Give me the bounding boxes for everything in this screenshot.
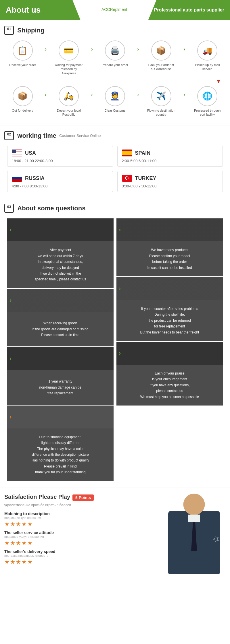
receive-icon: 📋 [18, 46, 28, 55]
header-tagline-container: Professional auto parts supplier [148, 0, 230, 20]
sat-subtitle: удовлетворение просьба играть 5 баллов [4, 503, 157, 507]
turkey-name: TURKEY [135, 175, 156, 181]
country-spain: SPAIN 2:00-5:00 6:00-11:00 [117, 146, 223, 167]
step-sort-label: Processed through sort facility [193, 108, 222, 117]
flown-icon: ✈️ [156, 91, 166, 101]
spain-header: SPAIN [122, 150, 218, 156]
q-left-3-text: 1 year warrantynon-human damage can befr… [7, 370, 114, 405]
spain-flag [122, 150, 132, 156]
sat-item-3-title: The seller's delivery speed [4, 549, 157, 554]
q-left-3: › 1 year warrantynon-human damage can be… [7, 347, 114, 405]
q-left-2-arrow: › [9, 297, 12, 304]
pack-icon: 📦 [156, 46, 166, 55]
countries-grid: USA 18:00 - 21:00 22:00-3:00 SPAIN 2:00-… [4, 146, 226, 192]
step-prepare: 🖨️ Prepare your order [101, 40, 129, 67]
country-turkey: TURKEY 3:00-6:00 7:00-12:00 [117, 171, 223, 192]
sat-item-3-stars: ★★★★★ [4, 558, 157, 565]
arrow-4: › [183, 40, 185, 52]
step-receive-icon: 📋 [13, 40, 33, 61]
prepare-icon: 🖨️ [110, 46, 120, 55]
step-sort-icon: 🌐 [197, 86, 217, 106]
satisfaction-left: Satisfaction Please Play 5 Points удовле… [4, 494, 157, 574]
sat-item-1-title: Matching to description [4, 511, 157, 516]
q-right-2-arrow: › [119, 285, 121, 292]
q-right-1-arrow: › [119, 226, 121, 234]
step-flown-icon: ✈️ [151, 86, 171, 106]
step-pack-label: Pack your order at out warehouse [147, 63, 176, 71]
customs-icon: 👮 [110, 91, 120, 101]
step-payment-icon: 💳 [59, 40, 79, 61]
delivery-icon: 📦 [18, 91, 28, 101]
q-left-1-content: After paymentwe will send out within 7 d… [35, 247, 86, 282]
sat-item-1-stars: ★★★★★ [4, 521, 157, 527]
questions-heading: About some questions [17, 205, 85, 212]
turkey-flag [122, 175, 132, 182]
usa-times: 18:00 - 21:00 22:00-3:00 [12, 159, 108, 163]
questions-title: 03 About some questions [4, 204, 226, 213]
step-delivery: 📦 Out for delivery [8, 86, 37, 112]
russia-name: RUSSIA [25, 175, 45, 181]
q-right-1-content: We have many productsPlease confirm your… [147, 247, 192, 271]
usa-name: USA [25, 150, 36, 156]
q-left-4-content: Due to shooting equipment,light and disp… [32, 434, 89, 475]
satisfaction-right: ☆ [162, 494, 226, 574]
step-flown: ✈️ Flown to destination country [147, 86, 176, 117]
q-left-1-text: After paymentwe will send out within 7 d… [7, 241, 114, 288]
pickup-icon: 🚚 [202, 46, 212, 55]
step-delivery-icon: 📦 [13, 86, 33, 106]
person-head [183, 494, 205, 515]
person-shirt [188, 515, 200, 522]
page-header: About us ACCReplment Professional auto p… [0, 0, 230, 20]
questions-num-text: 03 [7, 205, 11, 209]
working-time-section: 02 working time Customer Service Online … [0, 125, 230, 198]
q-right-3-content: Each of your praiseis your encouragement… [140, 371, 199, 400]
sat-title: Satisfaction Please Play [4, 494, 70, 500]
about-title: About us [6, 5, 41, 15]
q-right-2-text: If you encounter after-sales problemsDur… [116, 300, 223, 341]
q-left-1: › After paymentwe will send out within 7… [7, 218, 114, 288]
arrow-3: › [137, 40, 139, 52]
questions-right-col: › We have many productsPlease confirm yo… [116, 218, 223, 482]
arrow-1: › [45, 40, 47, 52]
step-depart-label: Depart your local Post offic [54, 108, 83, 117]
step-flown-label: Flown to destination country [147, 108, 176, 117]
usa-header: USA [12, 150, 108, 156]
russia-times: 4:00 -7:00 8:00-13:00 [12, 184, 108, 188]
russia-header: RUSSIA [12, 175, 108, 182]
sat-item-1-sub: подщящие для описания [4, 516, 157, 519]
spain-times: 2:00-5:00 6:00-11:00 [122, 159, 218, 163]
shipping-section: 01 Shipping 📋 Receive your order › 💳 wai… [0, 20, 230, 125]
step-receive-label: Receive your order [9, 63, 36, 67]
step-pack-icon: 📦 [151, 40, 171, 61]
brand-label: ACCReplment [101, 7, 127, 12]
working-num-text: 02 [7, 132, 11, 136]
shipping-row-1: 📋 Receive your order › 💳 waiting for pay… [4, 40, 226, 75]
sat-badge: 5 Points [72, 494, 94, 501]
turkey-times: 3:00-6:00 7:00-12:00 [122, 184, 218, 188]
q-left-1-arrow: › [9, 226, 12, 234]
q-right-3-text: Each of your praiseis your encouragement… [116, 365, 223, 406]
step-payment: 💳 waiting for payment released by Aliexp… [54, 40, 83, 75]
spain-name: SPAIN [135, 150, 151, 156]
person-figure: ☆ [165, 494, 223, 574]
q-left-3-arrow: › [9, 355, 12, 362]
questions-section: 03 About some questions › After paymentw… [0, 198, 230, 487]
header-tagline: Professional auto parts supplier [154, 7, 225, 13]
questions-grid: › After paymentwe will send out within 7… [4, 218, 226, 482]
shipping-num-text: 01 [7, 27, 11, 31]
step-pickup-label: Picked up by mail service [193, 63, 222, 71]
arrow-8: ‹ [183, 86, 185, 98]
step-pickup-icon: 🚚 [197, 40, 217, 61]
q-left-2-text: When receiving goodsIf the goods are dam… [7, 312, 114, 346]
header-about: About us [0, 0, 80, 20]
q-left-3-content: 1 year warrantynon-human damage can befr… [39, 379, 82, 396]
sat-item-3: The seller's delivery speed поставка про… [4, 549, 157, 565]
step-customs-label: Clear Customs [105, 108, 126, 112]
arrow-2: › [91, 40, 93, 52]
shipping-row-2: 📦 Out for delivery ‹ 🛵 Depart your local… [4, 86, 226, 117]
step-sort: 🌐 Processed through sort facility [193, 86, 222, 117]
questions-num: 03 [4, 204, 14, 213]
q-left-4-text: Due to shooting equipment,light and disp… [7, 428, 114, 481]
sat-item-1: Matching to description подщящие для опи… [4, 511, 157, 527]
q-right-2-content: If you encounter after-sales problemsDur… [140, 306, 199, 335]
